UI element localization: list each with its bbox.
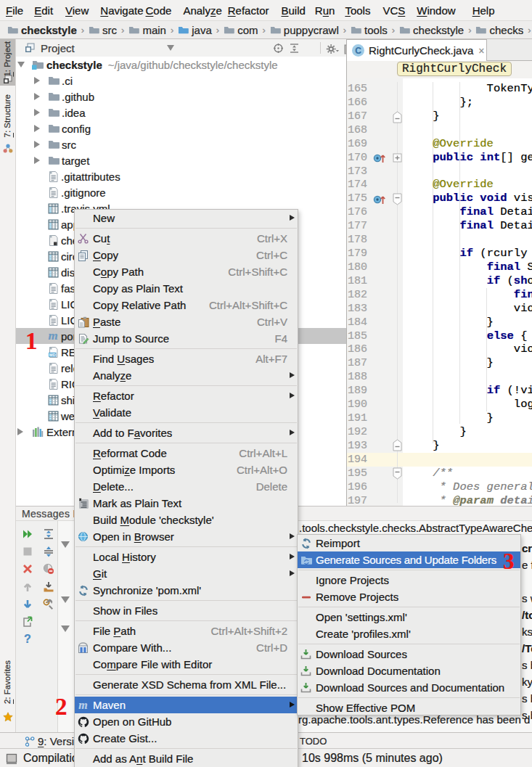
svg-text:MD: MD xyxy=(49,353,55,357)
